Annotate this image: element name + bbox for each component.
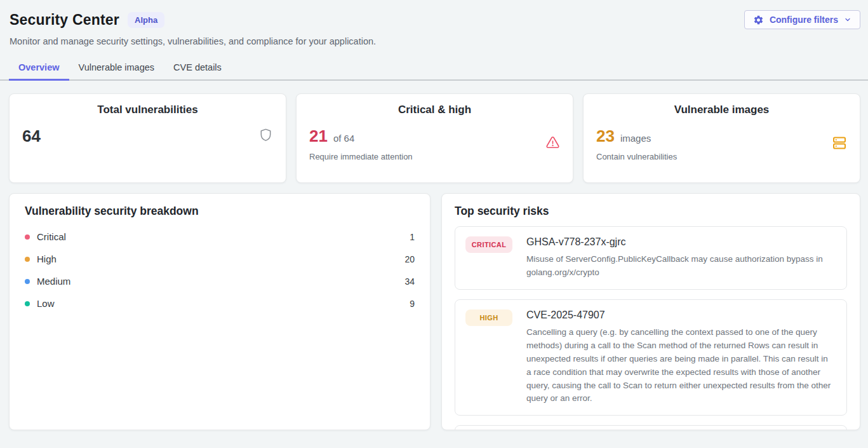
legend-value-medium: 34 <box>404 276 415 287</box>
legend-label-critical: Critical <box>37 231 66 242</box>
severity-badge-high: HIGH <box>465 309 512 326</box>
risk-card-cve-2025-47907[interactable]: HIGH CVE-2025-47907 Cancelling a query (… <box>455 299 847 416</box>
page-title: Security Center <box>10 11 119 29</box>
legend-value-low: 9 <box>410 299 415 309</box>
vulnerable-images-caption: Contain vulnerabilities <box>596 152 677 161</box>
breakdown-title: Vulnerability security breakdown <box>25 205 415 218</box>
critical-high-suffix: of 64 <box>333 133 354 144</box>
risk-card-ghsa-v778-237x-gjrc[interactable]: CRITICAL GHSA-v778-237x-gjrc Misuse of S… <box>455 226 847 290</box>
stat-card-title: Vulnerable images <box>596 104 847 116</box>
critical-high-value: 21 <box>309 126 328 146</box>
risk-id: GHSA-v778-237x-gjrc <box>526 236 836 248</box>
total-vulnerabilities-value: 64 <box>22 126 41 146</box>
main-content: Total vulnerabilities 64 Critical & high <box>0 81 868 430</box>
total-vulnerabilities-card: Total vulnerabilities 64 <box>9 93 286 183</box>
stat-card-title: Critical & high <box>309 104 560 116</box>
server-stack-icon <box>832 135 847 153</box>
warning-triangle-icon <box>545 135 560 153</box>
medium-dot-icon <box>25 279 30 284</box>
risk-description: Cancelling a query (e.g. by cancelling t… <box>526 326 836 406</box>
risk-description: Misuse of ServerConfig.PublicKeyCallback… <box>526 253 836 280</box>
low-dot-icon <box>25 301 30 306</box>
tab-vulnerable-images[interactable]: Vulnerable images <box>69 57 164 79</box>
gear-icon <box>753 15 764 25</box>
top-risks-title: Top security risks <box>455 205 847 218</box>
page-subtitle: Monitor and manage security settings, vu… <box>10 36 860 46</box>
legend-row-high: High 20 <box>25 248 415 270</box>
risk-card-cve-2025-9086[interactable]: HIGH CVE-2025-9086 <box>455 425 847 430</box>
top-security-risks-panel: Top security risks CRITICAL GHSA-v778-23… <box>441 193 860 430</box>
page-header: Security Center Alpha Configure filters … <box>0 0 868 46</box>
tab-overview[interactable]: Overview <box>9 57 69 79</box>
risk-id: CVE-2025-47907 <box>526 309 836 321</box>
shield-icon <box>258 127 273 146</box>
stat-cards-row: Total vulnerabilities 64 Critical & high <box>9 93 860 183</box>
legend-label-high: High <box>37 254 57 264</box>
tab-bar: Overview Vulnerable images CVE details <box>0 57 868 81</box>
alpha-badge: Alpha <box>128 12 164 28</box>
breakdown-legend: Critical 1 High 20 Medium 34 <box>25 226 415 315</box>
chevron-down-icon <box>844 16 851 24</box>
critical-dot-icon <box>25 234 30 240</box>
legend-label-low: Low <box>37 298 55 309</box>
vulnerable-images-suffix: images <box>620 133 651 144</box>
risk-list: CRITICAL GHSA-v778-237x-gjrc Misuse of S… <box>455 226 847 430</box>
legend-value-critical: 1 <box>410 232 415 242</box>
legend-row-critical: Critical 1 <box>25 226 415 248</box>
configure-filters-label: Configure filters <box>770 15 838 25</box>
severity-badge-critical: CRITICAL <box>465 236 512 253</box>
high-dot-icon <box>25 257 30 262</box>
vulnerability-breakdown-panel: Vulnerability security breakdown Critica… <box>9 193 431 430</box>
legend-row-medium: Medium 34 <box>25 270 415 292</box>
bottom-panels-row: Vulnerability security breakdown Critica… <box>9 193 860 430</box>
stat-card-title: Total vulnerabilities <box>22 104 273 116</box>
legend-value-high: 20 <box>404 254 415 264</box>
vulnerable-images-card: Vulnerable images 23 images Contain vuln… <box>583 93 860 183</box>
legend-label-medium: Medium <box>37 276 70 287</box>
legend-row-low: Low 9 <box>25 292 415 315</box>
critical-high-card: Critical & high 21 of 64 Require immedia… <box>296 93 573 183</box>
configure-filters-button[interactable]: Configure filters <box>744 10 860 29</box>
vulnerable-images-value: 23 <box>596 126 615 146</box>
tab-cve-details[interactable]: CVE details <box>164 57 231 79</box>
critical-high-caption: Require immediate attention <box>309 152 413 161</box>
